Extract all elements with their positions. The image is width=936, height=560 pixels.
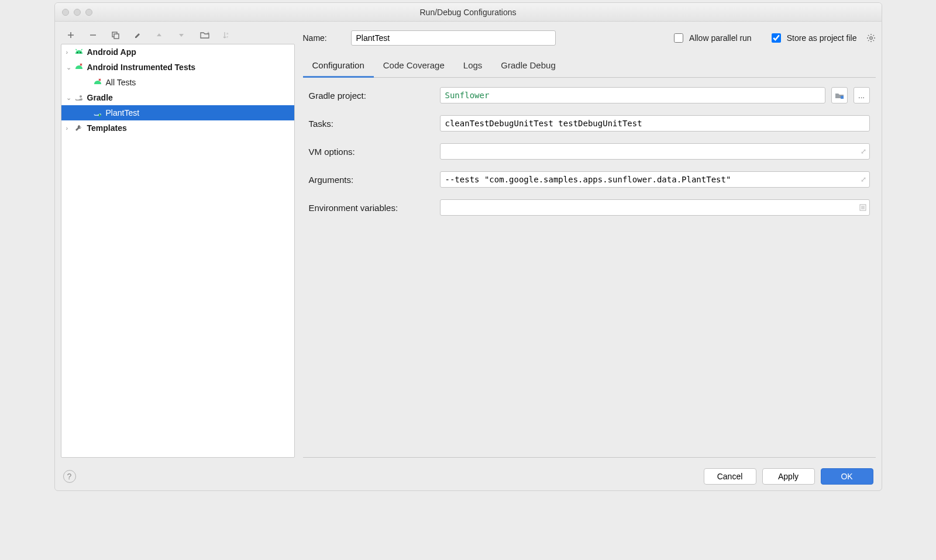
gradle-project-label: Gradle project: [309,91,434,101]
tab-code-coverage[interactable]: Code Coverage [374,56,454,77]
svg-rect-1 [114,34,119,39]
ok-button[interactable]: OK [821,468,873,485]
store-as-project-file-checkbox[interactable]: Store as project file [769,32,857,44]
svg-point-6 [80,52,81,53]
allow-parallel-run-checkbox[interactable]: Allow parallel run [672,32,752,44]
tree-node-android-instrumented-tests[interactable]: ⌄ Android Instrumented Tests [61,60,294,75]
tab-logs[interactable]: Logs [454,56,492,77]
cancel-button[interactable]: Cancel [704,468,756,485]
window-controls [62,9,92,16]
close-window-button[interactable] [62,9,69,16]
tasks-label: Tasks: [309,119,434,129]
move-down-icon[interactable] [178,32,188,39]
gear-icon[interactable] [866,33,876,43]
zoom-window-button[interactable] [85,9,92,16]
env-vars-input[interactable] [440,199,870,216]
remove-config-icon[interactable] [89,31,99,39]
arguments-input[interactable] [440,171,870,188]
minimize-window-button[interactable] [74,9,81,16]
wrench-icon [74,124,86,132]
edit-defaults-icon[interactable] [133,31,144,39]
tree-node-all-tests[interactable]: All Tests [61,75,294,90]
svg-rect-9 [841,96,844,99]
config-toolbar: + az [61,26,295,44]
allow-parallel-run-checkbox-input[interactable] [674,33,683,43]
window-title: Run/Debug Configurations [420,8,517,17]
vm-options-input[interactable] [440,143,870,160]
env-vars-label: Environment variables: [309,203,434,213]
gradle-project-input[interactable] [440,87,825,103]
folder-icon[interactable]: + [200,31,211,39]
svg-point-5 [77,52,78,53]
android-test-icon [74,63,86,71]
android-test-icon [93,78,105,87]
tree-node-android-app[interactable]: › Android App [61,44,294,60]
dialog-footer: ? Cancel Apply OK [55,462,882,490]
tree-node-templates[interactable]: › Templates [61,120,294,136]
run-debug-configurations-window: Run/Debug Configurations [54,2,882,491]
arguments-label: Arguments: [309,175,434,185]
apply-button[interactable]: Apply [762,468,815,485]
sort-icon[interactable]: az [222,31,233,39]
registered-projects-button[interactable] [831,87,848,103]
move-up-icon[interactable] [156,32,166,39]
tab-configuration[interactable]: Configuration [303,56,374,78]
name-label: Name: [303,33,344,43]
config-tabs: Configuration Code Coverage Logs Gradle … [303,56,876,78]
titlebar: Run/Debug Configurations [55,3,882,22]
tasks-input[interactable] [440,115,870,132]
svg-point-7 [80,95,82,98]
help-button[interactable]: ? [63,470,76,483]
store-as-project-file-checkbox-input[interactable] [772,33,781,43]
name-input[interactable] [351,30,556,46]
browse-button[interactable]: ... [854,87,870,103]
gradle-icon [74,94,86,102]
copy-config-icon[interactable] [111,31,122,39]
config-tree[interactable]: › Android App ⌄ Android Instrumented Tes… [61,44,295,458]
tab-gradle-debug[interactable]: Gradle Debug [491,56,565,77]
svg-point-8 [869,37,872,39]
tree-node-gradle[interactable]: ⌄ Gradle [61,90,294,105]
tree-node-planttest[interactable]: PlantTest [61,105,294,120]
vm-options-label: VM options: [309,147,434,157]
svg-text:+: + [207,31,209,35]
svg-text:z: z [226,35,228,39]
gradle-run-icon [93,109,105,117]
add-config-icon[interactable] [67,31,77,39]
android-icon [74,48,86,56]
configuration-panel: Gradle project: ... Tasks: VM options: ⤢ [303,78,876,458]
